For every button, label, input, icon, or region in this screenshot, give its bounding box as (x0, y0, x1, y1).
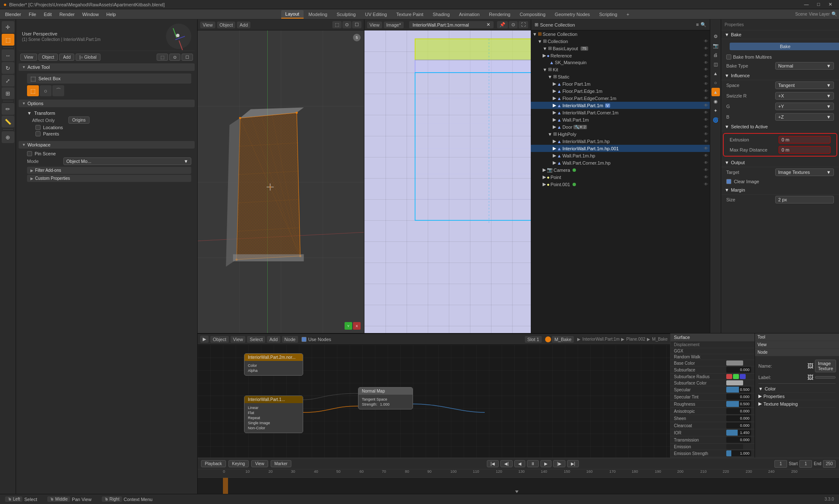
view-menu[interactable]: View (200, 22, 215, 28)
sr-ior[interactable]: IOR 1.450 (671, 429, 755, 436)
outliner-search-icon[interactable]: 🔍 (701, 22, 706, 27)
jump-start-btn[interactable]: |◀ (487, 460, 499, 467)
ol-floor-edge-corner-1m[interactable]: ▶ ▲ Floor.Part.EdgeCorner.1m 👁 (531, 95, 710, 102)
swizzle-b-dropdown[interactable]: +Z ▼ (775, 113, 834, 121)
pan-btn[interactable]: 🖱 Middle (47, 496, 70, 502)
node-node-btn[interactable]: Node (282, 336, 298, 343)
sr-specular-tint[interactable]: Specular Tint 0.000 (671, 393, 755, 401)
node-view-btn[interactable]: View (231, 336, 246, 343)
ol-floor-1m[interactable]: ▶ ▲ Floor Part.1m 👁 (531, 80, 710, 87)
node-label-field[interactable] (815, 376, 836, 379)
bake-button[interactable]: Bake (730, 43, 839, 50)
eye-floor-edge[interactable]: 👁 (704, 89, 708, 93)
eye-hp[interactable]: 👁 (704, 132, 708, 136)
step-fwd-btn[interactable]: |▶ (553, 460, 565, 467)
parents-check[interactable] (35, 131, 41, 136)
marker-menu[interactable]: Marker (271, 460, 291, 467)
step-back-btn[interactable]: ◀| (500, 460, 513, 467)
ol-scene-collection[interactable]: ▼ ⊞ Scene Collection (531, 30, 710, 38)
keying-menu[interactable]: Keying (228, 460, 249, 467)
material-name-btn[interactable]: M_Bake (552, 336, 574, 343)
sr-specular[interactable]: Specular 0.500 (671, 386, 755, 393)
menu-help[interactable]: Help (103, 11, 119, 18)
ol-floor-edge-1m[interactable]: ▶ ▲ Floor.Part.Edge.1m 👁 (531, 87, 710, 95)
ol-wall-corner-hp[interactable]: ▶ ▲ Wall.Part.Corner.1m.hp 👁 (531, 159, 710, 166)
uv-view-menu[interactable]: View (367, 22, 382, 28)
select-lasso-mini[interactable]: ⌒ (52, 85, 64, 96)
node-normal-map[interactable]: Normal Map Tangent Space Strength: 1.000 (358, 387, 413, 409)
eye-point001[interactable]: 👁 (704, 182, 708, 187)
object-data-icon[interactable]: ▲ (711, 88, 720, 96)
eye-iwhp[interactable]: 👁 (704, 139, 708, 144)
tab-uv-editing[interactable]: UV Editing (361, 11, 391, 18)
clear-image-check[interactable] (726, 179, 731, 184)
obj-menu[interactable]: Object (217, 22, 236, 28)
ssc-swatch[interactable] (726, 380, 743, 385)
tab-animation[interactable]: Animation (455, 11, 484, 18)
maximize-btn[interactable]: □ (814, 1, 823, 8)
sr-subsurface[interactable]: Subsurface 0.000 (671, 366, 755, 374)
tab-texture-paint[interactable]: Texture Paint (392, 11, 427, 18)
select-box-mini[interactable]: ⬚ (27, 85, 39, 96)
uv-pin-btn[interactable]: 📌 (497, 21, 508, 28)
tab-shading[interactable]: Shading (429, 11, 454, 18)
transform-tool[interactable]: ⊞ (2, 87, 14, 99)
node-image-texture[interactable]: InteriorWall.Part.2m.nor... Color Alpha (244, 353, 303, 376)
node-image-texture-2[interactable]: InteriorWall.Part.1... Linear Flat Repea… (244, 396, 303, 433)
add-tool[interactable]: ⊕ (2, 131, 14, 143)
ol-door[interactable]: ▶ ▲ Door 🔧✦ 2 👁 (531, 123, 710, 130)
scale-tool[interactable]: ⤢ (2, 75, 14, 87)
node-node-tab[interactable]: Node (755, 349, 839, 356)
node-select-btn[interactable]: Select (247, 336, 265, 343)
use-nodes-check[interactable] (301, 337, 307, 342)
numpad-5[interactable]: 5 (353, 34, 361, 41)
sr-b[interactable] (740, 374, 746, 379)
eye-door[interactable]: 👁 (704, 125, 708, 129)
cursor-tool[interactable]: ✛ (2, 21, 14, 33)
bake-multires-check[interactable] (726, 54, 731, 60)
perspective-btn[interactable]: ⬚ (332, 21, 342, 28)
tab-add[interactable]: + (622, 11, 633, 18)
timeline-track[interactable] (198, 478, 839, 494)
node-properties-header[interactable]: ▶ Properties (758, 393, 836, 400)
scene-icon[interactable]: ▲ (711, 69, 720, 78)
view-btn[interactable]: View (20, 54, 37, 61)
ol-point[interactable]: ▶ ● Point 👁 (531, 173, 710, 181)
close-btn[interactable]: ✕ (825, 1, 836, 8)
eye-camera[interactable]: 👁 (704, 168, 708, 172)
sr-subsurface-color[interactable]: Subsurface Color (671, 380, 755, 386)
custom-props-header[interactable]: ▶ Custom Properties (27, 175, 191, 182)
node-name-field[interactable]: Image Texture (815, 360, 836, 372)
filter-btn[interactable]: |○ Global (76, 54, 100, 61)
play-reverse-btn[interactable]: ◀ (514, 460, 525, 467)
swizzle-g-dropdown[interactable]: +Y ▼ (775, 103, 834, 110)
playback-menu[interactable]: Playback (201, 460, 226, 467)
ol-collection[interactable]: ▼ ⊞ Collection 👁 (531, 38, 710, 45)
sr-sheen[interactable]: Sheen 0.000 (671, 415, 755, 422)
sr-emission[interactable]: Emission (671, 444, 755, 450)
sr-clearcoat[interactable]: Clearcoat 0.000 (671, 422, 755, 429)
tab-rendering[interactable]: Rendering (485, 11, 515, 18)
bake-section-header[interactable]: ▼ Bake (721, 30, 839, 39)
tab-layout[interactable]: Layout (281, 10, 304, 19)
eye-wchp[interactable]: 👁 (704, 160, 708, 165)
play-btn[interactable]: ▶ (540, 460, 551, 467)
eye-wphp[interactable]: 👁 (704, 153, 708, 158)
ol-interior-wall-1m[interactable]: ▶ ▲ InteriorWall.Part.1m V 👁 (531, 102, 710, 109)
scene-props-icon[interactable]: ⚙ (711, 32, 720, 41)
tab-sculpting[interactable]: Sculpting (332, 11, 360, 18)
filter-addons-header[interactable]: ▶ Filter Add-ons (27, 167, 191, 174)
ol-wall-part-1m[interactable]: ▶ ▲ Wall.Part.1m 👁 (531, 116, 710, 123)
menu-window[interactable]: Window (79, 11, 102, 18)
menu-blender[interactable]: Blender (2, 11, 24, 18)
particle-icon[interactable]: ✦ (711, 106, 720, 115)
eye-kit[interactable]: 👁 (704, 67, 708, 72)
active-tool-header[interactable]: ▼ Active Tool (19, 63, 195, 71)
node-expand-btn[interactable]: ▶ (200, 336, 209, 343)
world-icon[interactable]: ○ (711, 79, 720, 87)
eye-collection[interactable]: 👁 (704, 39, 708, 43)
measure-tool[interactable]: 📏 (2, 116, 14, 127)
xray-vp-btn[interactable]: ☐ (352, 21, 361, 28)
physics-icon[interactable]: 🌀 (711, 116, 720, 124)
workspace-header[interactable]: ▼ Workspace (19, 141, 195, 149)
